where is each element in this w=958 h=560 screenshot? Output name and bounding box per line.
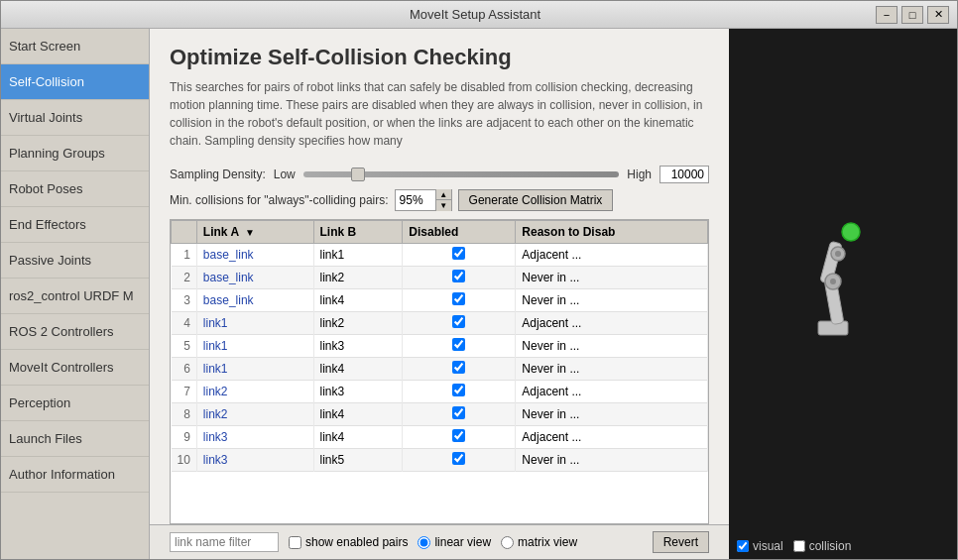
table-row[interactable]: 1 base_link link1 Adjacent ... [172,244,708,267]
disabled-checkbox[interactable] [452,429,465,442]
bottom-bar: show enabled pairs linear view matrix vi… [150,524,729,559]
spin-down-arrow[interactable]: ▼ [435,200,451,211]
content-panel: Optimize Self-Collision Checking This se… [150,29,729,559]
linear-view-text: linear view [434,535,491,549]
sidebar: Start Screen Self-Collision Virtual Join… [1,29,150,559]
linear-view-label[interactable]: linear view [418,535,491,549]
link-b-cell: link2 [313,312,403,335]
row-num: 5 [172,335,197,358]
row-num: 9 [172,426,197,449]
table-scroll[interactable]: Link A ▼ Link B Disabled Reason to Disab… [171,220,708,523]
density-slider-thumb[interactable] [351,168,365,181]
sidebar-item-planning-groups[interactable]: Planning Groups [1,136,149,171]
close-button[interactable]: ✕ [927,6,949,24]
disabled-cell[interactable] [403,426,516,449]
disabled-cell[interactable] [403,289,516,312]
reason-cell: Never in ... [516,289,708,312]
svg-point-6 [830,279,836,284]
col-reason: Reason to Disab [516,221,708,244]
sidebar-item-launch-files[interactable]: Launch Files [1,421,149,457]
sidebar-item-ros2-control[interactable]: ros2_control URDF M [1,279,149,314]
disabled-checkbox[interactable] [452,452,465,465]
linear-view-radio[interactable] [418,536,430,549]
disabled-cell[interactable] [403,335,516,358]
sidebar-item-robot-poses[interactable]: Robot Poses [1,171,149,207]
generate-collision-matrix-button[interactable]: Generate Collision Matrix [458,189,614,211]
sidebar-item-self-collision[interactable]: Self-Collision [1,64,149,100]
table-row[interactable]: 10 link3 link5 Never in ... [172,449,708,472]
row-num: 4 [172,312,197,335]
visual-label-text: visual [753,539,783,553]
table-row[interactable]: 6 link1 link4 Never in ... [172,358,708,381]
table-row[interactable]: 9 link3 link4 Adjacent ... [172,426,708,449]
sidebar-item-start-screen[interactable]: Start Screen [1,29,149,64]
link-name-filter-input[interactable] [170,532,279,552]
col-num [172,221,197,244]
maximize-button[interactable]: □ [901,6,923,24]
density-slider-track [303,171,620,177]
collision-checkbox-label[interactable]: collision [793,539,852,553]
reason-cell: Adjacent ... [516,244,708,267]
show-enabled-pairs-checkbox[interactable] [289,536,301,549]
minimize-button[interactable]: − [876,6,898,24]
disabled-cell[interactable] [403,312,516,335]
main-window: MoveIt Setup Assistant − □ ✕ Start Scree… [0,0,958,560]
link-a-cell: link1 [196,358,313,381]
reason-cell: Never in ... [516,449,708,472]
sampling-density-row: Sampling Density: Low High 10000 [170,166,709,183]
reason-cell: Never in ... [516,335,708,358]
robot-bottom-controls: visual collision [729,533,957,559]
density-value: 10000 [659,166,709,183]
sidebar-item-end-effectors[interactable]: End Effectors [1,207,149,243]
table-row[interactable]: 7 link2 link3 Adjacent ... [172,381,708,403]
col-link-a[interactable]: Link A ▼ [196,221,313,244]
table-row[interactable]: 5 link1 link3 Never in ... [172,335,708,358]
disabled-checkbox[interactable] [452,292,465,305]
spin-up-arrow[interactable]: ▲ [435,189,451,200]
link-b-cell: link1 [313,244,403,267]
sidebar-item-moveit-controllers[interactable]: MoveIt Controllers [1,350,149,386]
table-row[interactable]: 4 link1 link2 Adjacent ... [172,312,708,335]
visual-checkbox[interactable] [737,540,749,552]
sidebar-item-perception[interactable]: Perception [1,386,149,421]
table-row[interactable]: 2 base_link link2 Never in ... [172,267,708,289]
disabled-checkbox[interactable] [452,315,465,328]
sidebar-item-author-info[interactable]: Author Information [1,457,149,493]
show-enabled-pairs-label[interactable]: show enabled pairs [289,535,408,549]
disabled-checkbox[interactable] [452,406,465,419]
disabled-cell[interactable] [403,381,516,403]
min-collisions-spinbox[interactable]: ▲ ▼ [395,189,452,211]
sidebar-item-ros2-controllers[interactable]: ROS 2 Controllers [1,314,149,350]
controls-area: Sampling Density: Low High 10000 Min. co… [150,158,729,219]
sidebar-item-virtual-joints[interactable]: Virtual Joints [1,100,149,136]
matrix-view-radio[interactable] [501,536,514,549]
revert-button[interactable]: Revert [653,531,709,553]
svg-point-7 [835,251,841,257]
min-collisions-input[interactable] [396,193,435,207]
disabled-checkbox[interactable] [452,247,465,260]
disabled-cell[interactable] [403,403,516,426]
link-a-cell: link3 [196,426,313,449]
collision-checkbox[interactable] [793,540,805,552]
row-num: 8 [172,403,197,426]
disabled-checkbox[interactable] [452,338,465,351]
disabled-checkbox[interactable] [452,384,465,396]
table-row[interactable]: 3 base_link link4 Never in ... [172,289,708,312]
robot-svg [764,202,922,361]
disabled-cell[interactable] [403,267,516,289]
window-title: MoveIt Setup Assistant [74,7,876,22]
table-row[interactable]: 8 link2 link4 Never in ... [172,403,708,426]
disabled-cell[interactable] [403,358,516,381]
low-label: Low [274,168,296,181]
visual-checkbox-label[interactable]: visual [737,539,783,553]
disabled-cell[interactable] [403,449,516,472]
link-b-cell: link4 [313,358,403,381]
svg-point-5 [842,223,860,241]
disabled-checkbox[interactable] [452,361,465,374]
matrix-view-label[interactable]: matrix view [501,535,577,549]
disabled-cell[interactable] [403,244,516,267]
page-title: Optimize Self-Collision Checking [170,45,709,70]
sidebar-item-passive-joints[interactable]: Passive Joints [1,243,149,279]
row-num: 2 [172,267,197,289]
disabled-checkbox[interactable] [452,270,465,282]
